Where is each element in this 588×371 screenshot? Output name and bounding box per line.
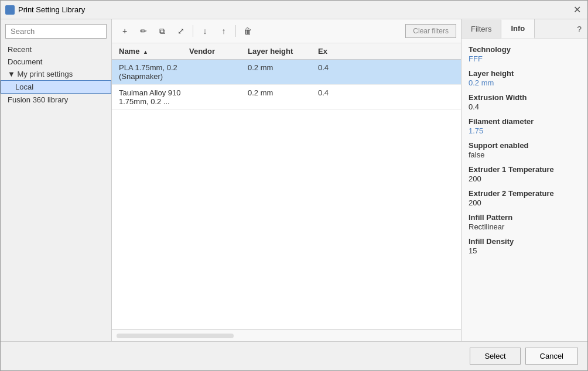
import-icon: ↓ [203, 26, 207, 36]
table-footer [112, 329, 461, 341]
info-label-layer-height: Layer height [469, 69, 580, 78]
col-header-extra[interactable]: Ex [316, 46, 351, 57]
tab-info[interactable]: Info [501, 19, 535, 39]
col-header-vendor[interactable]: Vendor [187, 46, 245, 57]
info-label-extruder1-temp: Extruder 1 Temperature [469, 165, 580, 174]
row2-layer-height: 0.2 mm [245, 87, 316, 107]
title-bar-left: Print Setting Library [5, 5, 85, 15]
info-value-infill-density: 15 [469, 246, 580, 255]
export-icon: ↑ [222, 26, 226, 36]
info-value-support-enabled: false [469, 150, 580, 159]
sidebar-item-my-print-settings-label: My print settings [17, 70, 73, 78]
sidebar-item-fusion360[interactable]: Fusion 360 library [1, 94, 111, 106]
edit-button[interactable]: ✏ [135, 23, 152, 39]
tabs-header: Filters Info ? [461, 19, 587, 39]
row2-extra: 0.4 [316, 87, 351, 107]
info-row-extrusion-width: Extrusion Width 0.4 [469, 93, 580, 111]
row1-name: PLA 1.75mm, 0.2 (Snapmaker) [117, 62, 187, 82]
info-value-extruder1-temp: 200 [469, 174, 580, 183]
info-row-layer-height: Layer height 0.2 mm [469, 69, 580, 87]
search-input[interactable] [5, 24, 107, 39]
copy-button[interactable]: ⧉ [154, 23, 170, 39]
toolbar-separator [193, 25, 193, 37]
info-value-technology: FFF [469, 54, 580, 63]
info-value-layer-height: 0.2 mm [469, 78, 580, 87]
info-panel: Technology FFF Layer height 0.2 mm Extru… [461, 39, 587, 341]
toolbar: + ✏ ⧉ ⤢ ↓ ↑ 🗑 [112, 19, 461, 43]
info-label-filament-diameter: Filament diameter [469, 117, 580, 126]
info-label-support-enabled: Support enabled [469, 141, 580, 150]
help-button[interactable]: ? [571, 21, 587, 37]
bottom-bar: Select Cancel [1, 341, 587, 370]
info-row-infill-pattern: Infill Pattern Rectilinear [469, 213, 580, 231]
sidebar-item-document-label: Document [8, 57, 42, 66]
info-label-technology: Technology [469, 45, 580, 54]
row2-vendor [187, 87, 245, 107]
move-button[interactable]: ⤢ [173, 23, 189, 39]
info-label-infill-density: Infill Density [469, 237, 580, 246]
edit-icon: ✏ [140, 26, 147, 36]
delete-button[interactable]: 🗑 [240, 23, 256, 39]
sidebar-item-document[interactable]: Document [1, 56, 111, 68]
main-content: Recent Document ▼ My print settings Loca… [1, 19, 587, 341]
sidebar-item-fusion360-label: Fusion 360 library [8, 95, 68, 104]
import-button[interactable]: ↓ [197, 23, 213, 39]
title-bar: Print Setting Library ✕ [1, 1, 587, 19]
row1-vendor [187, 62, 245, 82]
main-window: Print Setting Library ✕ Recent Document … [0, 0, 588, 371]
sidebar-item-my-print-settings[interactable]: ▼ My print settings [1, 68, 111, 80]
info-value-extrusion-width: 0.4 [469, 102, 580, 111]
info-value-infill-pattern: Rectilinear [469, 222, 580, 231]
info-row-technology: Technology FFF [469, 45, 580, 63]
toolbar-separator2 [235, 25, 236, 37]
add-icon: + [122, 26, 127, 36]
horizontal-scrollbar[interactable] [117, 334, 234, 338]
info-value-filament-diameter: 1.75 [469, 126, 580, 135]
sidebar-item-local[interactable]: Local [1, 80, 111, 94]
info-row-support-enabled: Support enabled false [469, 141, 580, 159]
clear-filters-button[interactable]: Clear filters [405, 24, 456, 38]
table-row[interactable]: Taulman Alloy 910 1.75mm, 0.2 ... 0.2 mm… [112, 85, 461, 110]
col-header-layer-height[interactable]: Layer height [245, 46, 316, 57]
add-button[interactable]: + [117, 23, 133, 39]
window-title: Print Setting Library [18, 5, 85, 14]
delete-icon: 🗑 [244, 26, 252, 36]
col-header-name[interactable]: Name ▲ [117, 46, 187, 57]
row1-extra: 0.4 [316, 62, 351, 82]
table-body: PLA 1.75mm, 0.2 (Snapmaker) 0.2 mm 0.4 T… [112, 60, 461, 329]
info-row-infill-density: Infill Density 15 [469, 237, 580, 255]
cancel-button[interactable]: Cancel [525, 348, 578, 365]
row1-layer-height: 0.2 mm [245, 62, 316, 82]
tab-filters[interactable]: Filters [461, 20, 501, 38]
sidebar: Recent Document ▼ My print settings Loca… [1, 19, 112, 341]
info-label-infill-pattern: Infill Pattern [469, 213, 580, 222]
close-button[interactable]: ✕ [571, 4, 583, 16]
expand-arrow: ▼ [8, 70, 17, 78]
copy-icon: ⧉ [159, 26, 165, 36]
table-header: Name ▲ Vendor Layer height Ex [112, 43, 461, 60]
move-icon: ⤢ [177, 26, 184, 36]
select-button[interactable]: Select [470, 348, 520, 365]
export-button[interactable]: ↑ [216, 23, 232, 39]
info-row-filament-diameter: Filament diameter 1.75 [469, 117, 580, 135]
info-value-extruder2-temp: 200 [469, 198, 580, 207]
sidebar-item-local-label: Local [15, 83, 33, 91]
sidebar-item-recent-label: Recent [8, 45, 32, 54]
row2-name: Taulman Alloy 910 1.75mm, 0.2 ... [117, 87, 187, 107]
sidebar-item-recent[interactable]: Recent [1, 43, 111, 56]
table-row[interactable]: PLA 1.75mm, 0.2 (Snapmaker) 0.2 mm 0.4 [112, 60, 461, 85]
info-row-extruder2-temp: Extruder 2 Temperature 200 [469, 189, 580, 207]
center-panel: + ✏ ⧉ ⤢ ↓ ↑ 🗑 [112, 19, 461, 341]
right-panel: Filters Info ? Technology FFF Layer heig… [461, 19, 587, 341]
info-row-extruder1-temp: Extruder 1 Temperature 200 [469, 165, 580, 183]
info-label-extruder2-temp: Extruder 2 Temperature [469, 189, 580, 198]
sort-arrow: ▲ [143, 49, 148, 55]
app-icon [5, 5, 15, 15]
info-label-extrusion-width: Extrusion Width [469, 93, 580, 102]
